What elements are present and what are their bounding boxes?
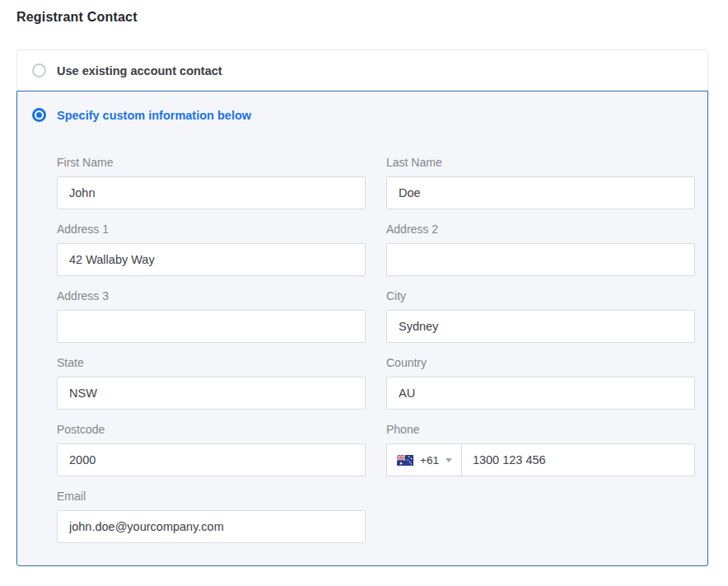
- option-use-existing-contact[interactable]: Use existing account contact: [16, 49, 708, 91]
- field-address3: Address 3: [57, 289, 366, 343]
- field-last-name: Last Name: [386, 156, 695, 209]
- field-phone: Phone: [386, 423, 695, 476]
- address3-label: Address 3: [57, 289, 366, 302]
- chevron-down-icon: [446, 458, 452, 462]
- last-name-input[interactable]: [386, 176, 695, 209]
- email-input[interactable]: [57, 510, 366, 543]
- phone-label: Phone: [386, 423, 695, 436]
- email-label: Email: [57, 490, 366, 503]
- country-input[interactable]: [386, 377, 695, 410]
- field-city: City: [386, 289, 695, 343]
- postcode-label: Postcode: [57, 423, 366, 436]
- option-custom-information-panel: Specify custom information below First N…: [16, 91, 708, 566]
- first-name-label: First Name: [57, 156, 366, 169]
- first-name-input[interactable]: [57, 176, 366, 209]
- address1-label: Address 1: [57, 223, 366, 236]
- field-first-name: First Name: [57, 156, 366, 209]
- option-specify-custom-label[interactable]: Specify custom information below: [57, 109, 251, 122]
- city-input[interactable]: [386, 310, 695, 343]
- state-input[interactable]: [57, 377, 366, 410]
- contact-form: First Name Last Name Address 1 Address 2: [17, 156, 707, 543]
- state-label: State: [57, 356, 366, 369]
- country-dial-code-selector[interactable]: +61: [387, 444, 462, 476]
- address1-input[interactable]: [57, 243, 366, 276]
- field-email: Email: [57, 490, 366, 543]
- field-postcode: Postcode: [57, 423, 366, 476]
- contact-option-group: Use existing account contact Specify cus…: [16, 49, 708, 566]
- field-address2: Address 2: [386, 223, 695, 276]
- field-state: State: [57, 356, 366, 410]
- phone-number-input[interactable]: [462, 444, 694, 476]
- city-label: City: [386, 289, 695, 302]
- field-address1: Address 1: [57, 223, 366, 276]
- radio-use-existing-contact[interactable]: [32, 63, 46, 77]
- option-use-existing-label[interactable]: Use existing account contact: [57, 64, 222, 77]
- country-label: Country: [386, 356, 695, 369]
- dial-code-label: +61: [420, 454, 439, 466]
- address2-input[interactable]: [386, 243, 695, 276]
- last-name-label: Last Name: [386, 156, 695, 169]
- postcode-input[interactable]: [57, 443, 366, 476]
- page-title: Registrant Contact: [16, 10, 708, 25]
- phone-input-group: +61: [386, 443, 695, 476]
- field-country: Country: [386, 356, 695, 410]
- address3-input[interactable]: [57, 310, 366, 343]
- australia-flag-icon: [397, 455, 413, 466]
- option-specify-custom[interactable]: Specify custom information below: [17, 91, 707, 123]
- registrant-contact-section: Registrant Contact Use existing account …: [0, 0, 728, 566]
- radio-specify-custom[interactable]: [32, 108, 46, 122]
- address2-label: Address 2: [386, 223, 695, 236]
